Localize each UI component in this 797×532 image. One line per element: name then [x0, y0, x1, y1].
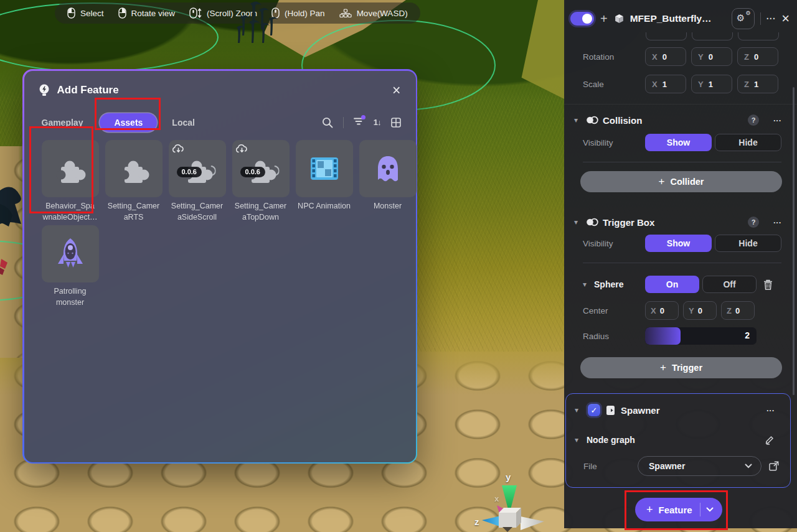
modal-title: Add Feature [57, 84, 384, 96]
add-collider-button[interactable]: + Collider [580, 171, 782, 192]
toolbar-item-label: Move(WASD) [357, 9, 408, 18]
radius-slider[interactable]: 2 [645, 327, 757, 345]
monster-left [0, 179, 24, 288]
scale-label: Scale [583, 80, 645, 89]
center-x-field[interactable]: X 0 [645, 301, 679, 320]
move-wasd-icon [339, 9, 352, 18]
scale-y-field[interactable]: Y 1 [691, 75, 732, 93]
asset-tile-monster[interactable]: Monster [359, 140, 417, 225]
plus-icon: + [660, 362, 666, 374]
add-trigger-button[interactable]: + Trigger [580, 357, 782, 378]
more-icon[interactable]: ··· [773, 218, 781, 227]
asset-tile-setting-cameratopdown[interactable]: 0.0.6 Setting_Camer aTopDown [232, 140, 290, 225]
mouse-right-click-icon [118, 7, 126, 19]
visibility-label: Visibility [583, 138, 645, 147]
header-divider [760, 12, 761, 25]
rotation-y-field[interactable]: Y 0 [691, 47, 732, 66]
monster-cluster [232, 0, 285, 49]
collision-show-button[interactable]: Show [645, 134, 712, 151]
center-y-field[interactable]: Y 0 [683, 301, 717, 320]
toolbar-item-label: Rotate view [131, 9, 176, 18]
puzzle-icon [53, 151, 88, 186]
toolbar-item-select[interactable]: Select [67, 7, 104, 19]
asset-tile-patrolling-monster[interactable]: Patrolling monster [42, 225, 99, 310]
spawner-section: ▾ ✓ Spawner ··· ▾ Node graph File Spawne… [565, 393, 791, 488]
entity-title: MFEP_Butterfly… [630, 13, 726, 24]
toolbar-divider [343, 117, 344, 128]
node-file-icon [606, 405, 615, 416]
node-file-dropdown[interactable]: Spawner [638, 456, 762, 476]
edit-pencil-icon[interactable] [765, 435, 775, 445]
open-external-icon[interactable] [769, 461, 779, 471]
add-icon[interactable]: + [600, 12, 608, 26]
section-divider [583, 263, 781, 263]
gear-small-icon: ⚙ [746, 11, 751, 16]
trigger-hide-button[interactable]: Hide [715, 235, 781, 252]
spawner-checkbox[interactable]: ✓ [588, 404, 600, 416]
tab-local[interactable]: Local [172, 118, 195, 128]
asset-label-line1: Setting_Camer [99, 200, 169, 212]
sort-icon[interactable]: 1↓ [374, 118, 381, 127]
chevron-down-icon [745, 464, 752, 469]
filter-active-dot [361, 115, 365, 119]
collapse-caret-icon[interactable]: ▾ [574, 218, 582, 226]
version-badge: 0.0.6 [240, 167, 265, 177]
asset-tile-setting-camerasidescroll[interactable]: 0.0.6 Setting_Camer aSideScroll [169, 140, 226, 225]
panel-scrollbar[interactable] [793, 87, 795, 395]
lightbulb-icon [38, 83, 50, 97]
entity-enabled-toggle[interactable] [570, 12, 594, 26]
asset-tile-npc-animation[interactable]: NPC Animation [296, 140, 353, 225]
settings-button[interactable]: ⚙ ⚙ [732, 8, 755, 29]
scale-x-field[interactable]: X 1 [645, 75, 686, 93]
mouse-scroll-icon [189, 7, 202, 19]
more-icon[interactable]: ··· [773, 116, 781, 125]
collapse-caret-icon[interactable]: ▾ [575, 406, 582, 414]
gizmo-x-label: x [494, 494, 499, 503]
sphere-on-button[interactable]: On [645, 276, 699, 293]
more-icon[interactable]: ··· [766, 14, 776, 24]
center-z-field[interactable]: Z 0 [721, 301, 755, 320]
add-feature-button[interactable]: + Feature [635, 498, 722, 521]
collapse-caret-icon[interactable]: ▾ [583, 280, 590, 289]
search-icon[interactable] [322, 117, 333, 128]
scale-z-field[interactable]: Z 1 [737, 75, 778, 93]
asset-label-line1: Setting_Camer [226, 200, 296, 212]
tab-gameplay[interactable]: Gameplay [42, 118, 83, 128]
trash-icon[interactable] [763, 279, 773, 290]
toolbar-item-label: Select [80, 9, 104, 18]
axis-gizmo[interactable]: y z x [466, 470, 553, 532]
gizmo-z-label: z [474, 516, 479, 527]
asset-label-line1: Setting_Camer [163, 200, 232, 212]
trigger-show-button[interactable]: Show [645, 235, 712, 252]
help-icon[interactable]: ? [748, 114, 759, 126]
toolbar-item-move-wasd[interactable]: Move(WASD) [339, 9, 408, 18]
trigger-box-icon [586, 218, 598, 226]
grid-view-icon[interactable] [391, 118, 401, 128]
more-icon[interactable]: ··· [766, 406, 775, 415]
asset-tile-setting-camerarts[interactable]: Setting_Camer aRTS [105, 140, 163, 225]
help-icon[interactable]: ? [748, 217, 759, 228]
asset-tile-behavior-spawnableobject[interactable]: Behavior_Spa wnableObject… [42, 140, 99, 225]
add-feature-modal: Add Feature × Gameplay Assets Local 1 [22, 69, 417, 464]
rotation-z-field[interactable]: Z 0 [737, 47, 778, 66]
collapse-caret-icon[interactable]: ▾ [574, 116, 582, 124]
filter-icon[interactable] [354, 117, 364, 128]
tab-assets[interactable]: Assets [100, 113, 157, 132]
asset-label-line2: aTopDown [226, 212, 296, 223]
collision-hide-button[interactable]: Hide [715, 134, 781, 151]
trigger-box-title: Trigger Box [603, 217, 654, 228]
modal-close-icon[interactable]: × [390, 83, 403, 98]
toolbar-item-rotate-view[interactable]: Rotate view [118, 7, 176, 19]
radius-value: 2 [745, 330, 750, 340]
puzzle-icon [116, 151, 151, 186]
chevron-down-icon[interactable] [706, 507, 714, 512]
position-fields-cutoff [564, 32, 797, 40]
collapse-caret-icon[interactable]: ▾ [575, 436, 582, 444]
panel-close-icon[interactable]: × [781, 12, 790, 26]
sphere-off-button[interactable]: Off [702, 276, 757, 293]
asset-label-line2: wnableObject… [35, 212, 105, 223]
inspector-panel: + MFEP_Butterfly… ⚙ ⚙ ··· × Rotation X 0… [564, 0, 797, 528]
asset-label-line2: aSideScroll [163, 212, 232, 223]
rotation-x-field[interactable]: X 0 [645, 47, 686, 66]
toggle-knob [582, 14, 592, 24]
